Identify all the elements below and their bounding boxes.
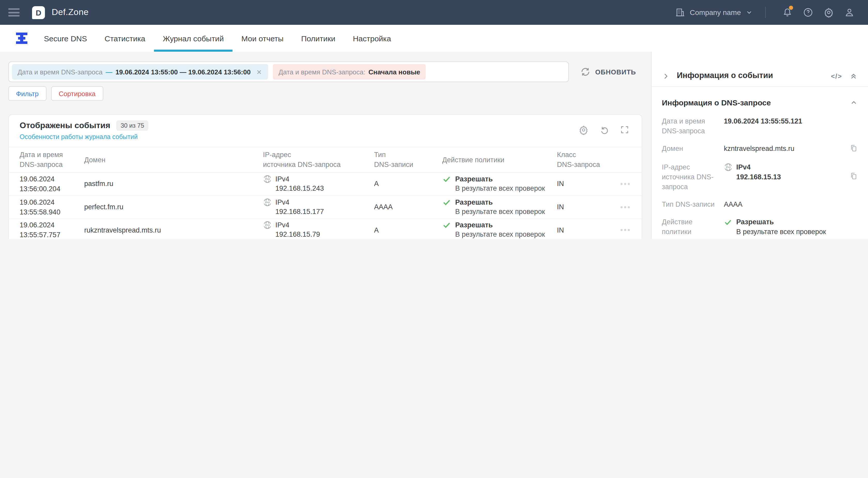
table-row[interactable]: 19.06.202413:55:58.940 perfect.fm.ru IPv… [9,196,642,219]
tabbar: Secure DNS Статистика Журнал событий Мои… [0,25,868,52]
check-icon [724,218,732,226]
date-filter-dash: — [106,68,113,76]
close-icon[interactable] [256,68,262,75]
topbar-divider [765,7,766,18]
secure-dns-icon [16,32,28,44]
field-source-ip: IP-адрес источника DNS-запроса IPv4 IPv4 [662,162,858,192]
column-header-domain: Домен [84,155,263,165]
cell-policy-action: Разрешать В результате всех проверок [442,221,557,239]
undo-icon [599,125,609,135]
reset-button[interactable] [598,123,610,136]
events-card: Отображены события 30 из 75 Особенности … [8,114,642,239]
dns-request-section-header: Информация о DNS-запросе [662,98,858,107]
cell-record-type: A [374,180,442,188]
notifications-button[interactable] [777,2,798,23]
chevron-up-icon[interactable] [850,99,858,107]
notification-dot [789,6,793,10]
check-icon [442,198,451,206]
column-header-record-type: ТипDNS-записи [374,150,442,170]
filter-button[interactable]: Фильтр [8,86,46,101]
chevron-down-icon [746,9,753,16]
copy-icon[interactable] [849,144,858,154]
svg-text:IPv4: IPv4 [265,201,270,203]
refresh-icon [580,67,591,77]
row-actions-button[interactable] [619,226,631,234]
filter-input[interactable]: Дата и время DNS-запроса — 19.06.2024 13… [8,61,569,82]
check-icon [442,175,451,183]
field-domain: Домен kzntravelspread.mts.ru [662,144,858,154]
collapse-panel-icon[interactable] [662,72,670,80]
profile-button[interactable] [839,2,860,23]
events-count-badge: 30 из 75 [117,120,148,131]
cell-datetime: 19.06.202413:55:57.757 [20,220,84,239]
policy-action-icon [442,198,451,206]
event-log-help-link[interactable]: Особенности работы журнала событий [20,133,138,141]
cell-domain: rukzntravelspread.mts.ru [84,226,263,234]
help-icon [803,7,813,18]
svg-text:IPv4: IPv4 [726,166,731,169]
column-header-policy-action: Действие политики [442,155,557,165]
row-actions-button[interactable] [619,180,631,188]
app: D Def.Zone Company name [0,0,868,239]
cell-record-type: A [374,226,442,234]
ipv4-globe-icon: IPv4 [263,221,272,230]
company-name: Company name [690,8,741,17]
settings-button[interactable] [818,2,839,23]
ipv4-globe-icon: IPv4 [724,163,733,172]
cell-domain: perfect.fm.ru [84,203,263,211]
topbar: D Def.Zone Company name [0,0,868,25]
svg-text:IPv4: IPv4 [265,178,270,180]
cell-policy-action: Разрешать В результате всех проверок [442,175,557,193]
tab-event-log[interactable]: Журнал событий [154,25,232,52]
date-filter-label: Дата и время DNS-запроса [18,68,102,76]
sort-chip-label: Дата и время DNS-запроса: [278,68,365,76]
tab-my-reports[interactable]: Мои отчеты [232,25,292,52]
date-filter-chip[interactable]: Дата и время DNS-запроса — 19.06.2024 13… [12,64,268,80]
row-actions-button[interactable] [619,203,631,211]
cell-query-class: IN [557,203,609,211]
sort-chip[interactable]: Дата и время DNS-запроса: Сначала новые [273,64,426,80]
table-row[interactable]: 19.06.202413:55:57.757 rukzntravelspread… [9,219,642,239]
app-title: Def.Zone [52,7,89,18]
field-record-type: Тип DNS-записи AAAA [662,200,858,209]
table-settings-button[interactable] [577,123,590,136]
panel-title: Информация о событии [677,71,773,80]
column-header-query-class: КлассDNS-запроса [557,150,609,170]
tab-secure-dns[interactable]: Secure DNS [35,25,96,52]
cell-datetime: 19.06.202413:55:58.940 [20,197,84,217]
gear-icon [579,125,588,135]
tab-policies[interactable]: Политики [292,25,344,52]
refresh-label: ОБНОВИТЬ [595,68,636,76]
gear-icon [824,7,834,18]
sort-button[interactable]: Сортировка [51,86,103,101]
tab-statistics[interactable]: Статистика [96,25,154,52]
cell-policy-action: Разрешать В результате всех проверок [442,198,557,216]
cell-query-class: IN [557,180,609,188]
main-content: Дата и время DNS-запроса — 19.06.2024 13… [0,52,651,239]
fullscreen-button[interactable] [618,123,631,136]
column-header-source-ip: IP-адресисточника DNS-запроса [263,150,374,170]
cell-query-class: IN [557,226,609,234]
code-view-icon[interactable]: </> [831,72,842,80]
field-request-datetime: Дата и время DNS-запроса 19.06.2024 13:5… [662,116,858,136]
ip-address: 192.168.15.13 [724,173,781,181]
check-icon [442,221,451,230]
event-detail-panel: Информация о событии </> Информация о DN… [651,52,868,239]
copy-icon[interactable] [849,172,858,182]
hamburger-menu-icon[interactable] [8,8,20,17]
cell-source-ip: IPv4 IPv4 192.168.15.243 [263,175,374,193]
company-selector[interactable]: Company name [675,7,753,18]
tab-settings[interactable]: Настройка [344,25,400,52]
ip-version: IPv4 [736,162,751,172]
fullscreen-icon [620,125,629,135]
refresh-button[interactable]: ОБНОВИТЬ [580,67,636,77]
table-row[interactable]: 19.06.202413:56:00.204 pastfm.ru IPv4 IP… [9,173,642,196]
sort-chip-value: Сначала новые [368,68,420,76]
building-icon [675,7,685,18]
table-body: 19.06.202413:56:00.204 pastfm.ru IPv4 IP… [9,173,642,239]
cell-domain: pastfm.ru [84,180,263,188]
collapse-all-icon[interactable] [849,72,858,80]
policy-action-icon [442,221,451,230]
defzone-logo-icon: D [32,6,45,19]
help-button[interactable] [798,2,818,23]
